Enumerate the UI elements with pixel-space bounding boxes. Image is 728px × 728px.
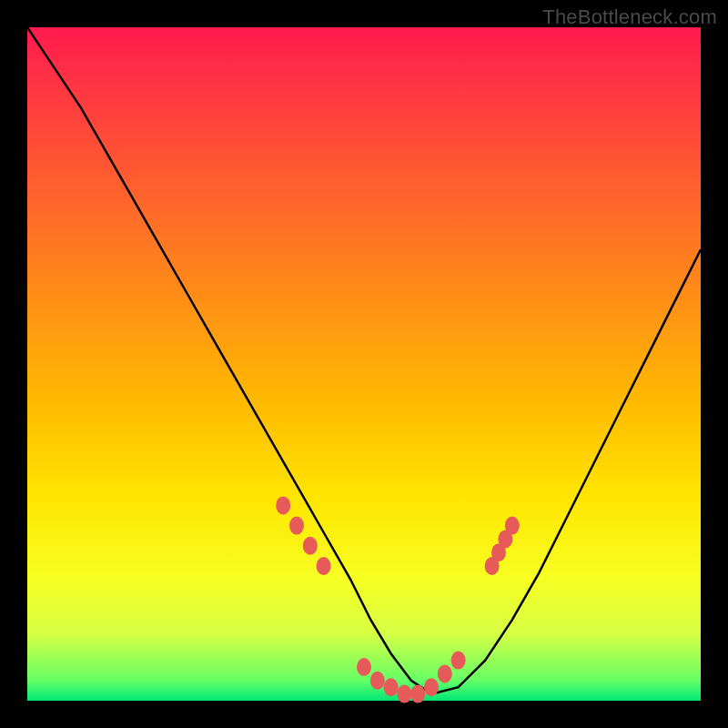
bottleneck-curve bbox=[27, 27, 701, 701]
data-point bbox=[451, 652, 466, 670]
data-point bbox=[384, 678, 399, 696]
data-point bbox=[424, 678, 439, 696]
data-point bbox=[317, 557, 331, 575]
chart-frame: TheBottleneck.com bbox=[0, 0, 728, 728]
plot-area bbox=[27, 27, 701, 701]
data-point bbox=[370, 672, 385, 690]
data-point bbox=[289, 517, 304, 535]
data-point bbox=[357, 658, 371, 676]
watermark-text: TheBottleneck.com bbox=[542, 5, 717, 29]
data-point bbox=[303, 537, 318, 555]
data-point bbox=[438, 664, 452, 682]
curve-line bbox=[27, 27, 701, 694]
data-point bbox=[397, 685, 411, 703]
data-point bbox=[505, 517, 520, 535]
data-point bbox=[410, 685, 425, 703]
data-point bbox=[276, 496, 290, 514]
curve-dots bbox=[276, 496, 520, 703]
